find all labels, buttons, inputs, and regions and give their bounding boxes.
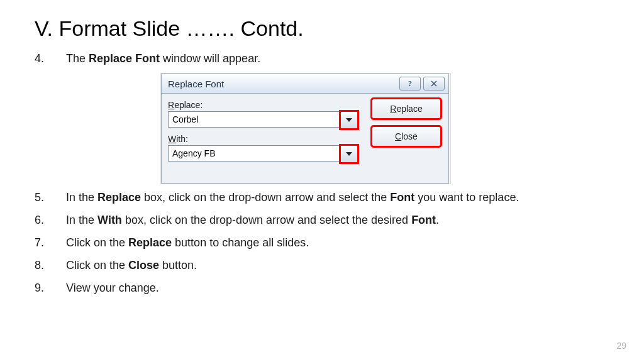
label-rest: eplace: xyxy=(174,100,203,110)
step-text-part: box, click on the drop-down arrow and se… xyxy=(122,214,411,226)
step-text-part: . xyxy=(436,214,439,226)
step-text: Click on the Replace button to change al… xyxy=(66,234,613,251)
replace-combobox[interactable] xyxy=(168,111,358,128)
step-text-part: button to change all slides. xyxy=(172,236,309,249)
dialog-button-column: Replace Close xyxy=(372,99,441,154)
dialog-close-button[interactable] xyxy=(423,77,445,90)
step-number: 8. xyxy=(35,257,66,273)
step-text-part: View your change. xyxy=(66,282,159,294)
step-text-part: In the xyxy=(66,191,97,204)
replace-input[interactable] xyxy=(169,112,357,126)
button-label: Replace xyxy=(390,104,422,114)
step-text: View your change. xyxy=(66,280,613,296)
step-number: 5. xyxy=(35,189,66,206)
label-rest: ith: xyxy=(176,134,188,144)
replace-button[interactable]: Replace xyxy=(372,99,441,119)
step-text: In the Replace box, click on the drop-do… xyxy=(66,189,613,206)
step-number: 6. xyxy=(35,212,66,228)
help-button[interactable]: ? xyxy=(399,77,421,90)
step-text: The Replace Font window will appear. xyxy=(66,50,613,67)
step-text-bold: With xyxy=(97,214,122,226)
step-text-bold: Font xyxy=(390,191,414,204)
step-text-bold: Font xyxy=(411,214,436,226)
dialog-wrapper: Replace Font ? Replace: With: xyxy=(160,73,451,184)
replace-font-dialog: Replace Font ? Replace: With: xyxy=(161,74,449,184)
step-text-part: In the xyxy=(66,214,97,226)
with-combobox[interactable] xyxy=(168,145,358,162)
step-text-part: button. xyxy=(159,259,197,272)
label-ul: W xyxy=(168,134,176,144)
step-text-part: window will appear. xyxy=(160,52,260,65)
button-label: Close xyxy=(395,131,418,142)
step-7: 7. Click on the Replace button to change… xyxy=(35,234,613,251)
dialog-body: Replace: With: Replace Close xyxy=(162,94,448,183)
step-9: 9. View your change. xyxy=(35,280,613,296)
page-title: V. Format Slide ……. Contd. xyxy=(35,16,304,41)
dialog-title: Replace Font xyxy=(168,79,397,89)
replace-dropdown-arrow[interactable] xyxy=(340,111,358,129)
step-text: In the With box, click on the drop-down … xyxy=(66,212,613,228)
dialog-titlebar: Replace Font ? xyxy=(162,74,448,94)
content-body: 4. The Replace Font window will appear. … xyxy=(35,50,613,303)
step-6: 6. In the With box, click on the drop-do… xyxy=(35,212,613,228)
step-text-bold: Replace Font xyxy=(89,52,160,65)
with-dropdown-arrow[interactable] xyxy=(340,145,358,163)
step-text-bold: Replace xyxy=(128,236,172,249)
page-number: 29 xyxy=(616,341,626,351)
step-8: 8. Click on the Close button. xyxy=(35,257,613,273)
step-text-part: box, click on the drop-down arrow and se… xyxy=(141,191,390,204)
step-text-part: Click on the xyxy=(66,236,128,249)
step-text-part: you want to replace. xyxy=(414,191,519,204)
step-text-bold: Close xyxy=(128,259,159,272)
step-5: 5. In the Replace box, click on the drop… xyxy=(35,189,613,206)
step-text-part: The xyxy=(66,52,89,65)
step-number: 4. xyxy=(35,50,66,67)
svg-text:?: ? xyxy=(408,79,412,88)
step-text-bold: Replace xyxy=(97,191,141,204)
close-button[interactable]: Close xyxy=(372,126,441,146)
with-input[interactable] xyxy=(169,146,357,160)
step-number: 7. xyxy=(35,234,66,251)
step-number: 9. xyxy=(35,280,66,296)
step-text-part: Click on the xyxy=(66,259,128,272)
step-4: 4. The Replace Font window will appear. xyxy=(35,50,613,67)
label-ul: R xyxy=(168,100,174,110)
step-text: Click on the Close button. xyxy=(66,257,613,273)
